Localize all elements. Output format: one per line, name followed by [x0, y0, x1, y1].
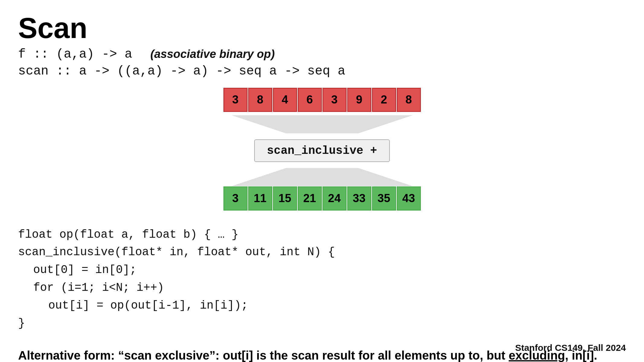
- input-cell: 3: [223, 88, 248, 112]
- code-section: float op(float a, float b) { … } scan_in…: [18, 226, 626, 332]
- input-cell: 9: [347, 88, 371, 112]
- type-sig-1: f :: (a,a) -> a (associative binary op): [18, 47, 626, 62]
- code-line-2: scan_inclusive(float* in, float* out, in…: [18, 243, 626, 261]
- assoc-note: (associative binary op): [150, 48, 275, 61]
- page-title: Scan: [18, 12, 626, 44]
- code-line-6: }: [18, 315, 626, 332]
- code-line-5: out[i] = op(out[i-1], in[i]);: [18, 297, 626, 315]
- input-cell: 8: [248, 88, 272, 112]
- code-line-4: for (i=1; i<N; i++): [18, 279, 626, 297]
- input-cell: 6: [298, 88, 322, 112]
- input-cell: 4: [273, 88, 297, 112]
- scan-box: scan_inclusive +: [254, 139, 390, 162]
- svg-marker-1: [232, 168, 413, 186]
- svg-marker-0: [232, 115, 413, 133]
- input-cell: 2: [372, 88, 396, 112]
- footer: Stanford CS149, Fall 2024: [515, 343, 626, 353]
- output-cell: 43: [397, 186, 421, 211]
- output-cell: 35: [372, 186, 396, 211]
- output-cell: 21: [298, 186, 322, 211]
- input-array: 38463928: [223, 87, 421, 112]
- output-cell: 15: [273, 186, 297, 211]
- type-sig-2-code: scan :: a -> ((a,a) -> a) -> seq a -> se…: [18, 64, 345, 78]
- code-line-1: float op(float a, float b) { … }: [18, 226, 626, 244]
- type-sig-1-code: f :: (a,a) -> a: [18, 47, 132, 62]
- output-array: 311152124333543: [223, 186, 421, 211]
- arrays-section: 38463928 scan_inclusive + 31115212433354…: [18, 87, 626, 211]
- output-cell: 24: [322, 186, 347, 211]
- input-cell: 8: [397, 88, 421, 112]
- type-sig-2: scan :: a -> ((a,a) -> a) -> seq a -> se…: [18, 64, 626, 78]
- output-cell: 11: [248, 186, 272, 211]
- output-cell: 3: [223, 186, 248, 211]
- output-cell: 33: [347, 186, 371, 211]
- alt-form-before: Alternative form: “scan exclusive”: out[…: [18, 349, 509, 362]
- input-cell: 3: [322, 88, 347, 112]
- code-line-3: out[0] = in[0];: [18, 261, 626, 279]
